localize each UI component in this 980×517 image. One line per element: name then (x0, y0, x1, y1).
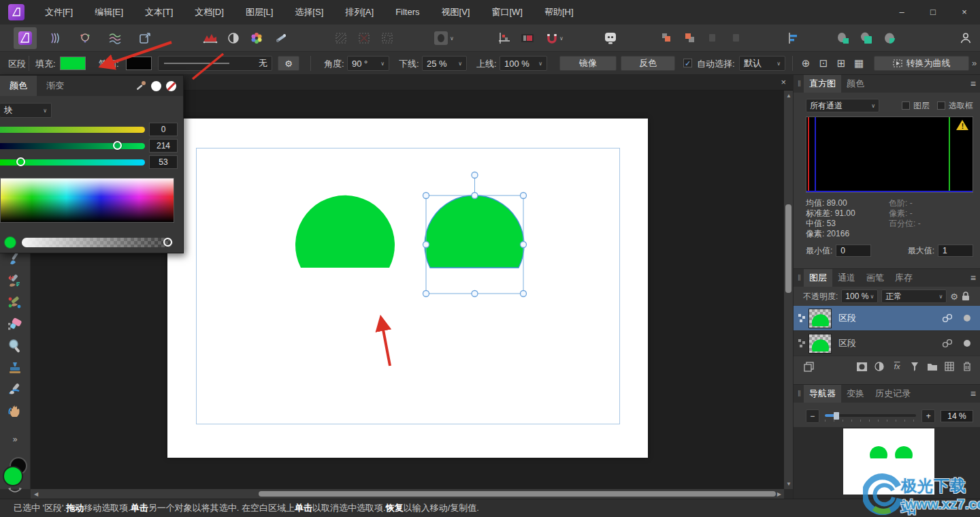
menu-help[interactable]: 帮助[H] (534, 0, 585, 25)
invert-button[interactable]: 反色 (621, 56, 675, 71)
zoom-tool[interactable] (5, 336, 24, 356)
alignment-icon[interactable] (781, 27, 804, 49)
tab-color[interactable]: 颜色 (0, 76, 37, 96)
layer-row[interactable]: 区段 (794, 331, 980, 356)
red-slider[interactable] (0, 127, 145, 133)
move-to-back-icon[interactable] (678, 27, 701, 49)
zoom-slider-handle[interactable] (834, 412, 839, 420)
histogram-tool-icon[interactable] (199, 27, 222, 49)
menu-view[interactable]: 视图[V] (431, 0, 481, 25)
segment-shape-left[interactable] (295, 195, 395, 268)
menu-window[interactable]: 窗口[W] (480, 0, 534, 25)
magnet-snap-icon[interactable]: ∨ (539, 27, 570, 49)
tab-stock[interactable]: 库存 (889, 269, 918, 287)
scroll-left-icon[interactable]: ◀ (34, 491, 38, 497)
tab-layers[interactable]: 图层 (804, 269, 832, 287)
menu-arrange[interactable]: 排列[A] (334, 0, 385, 25)
cycle-selection-box-icon[interactable]: ⊕ (798, 57, 814, 70)
tab-histogram[interactable]: 直方图 (804, 75, 841, 93)
close-button[interactable]: × (949, 0, 980, 25)
horizontal-scroll-thumb[interactable] (259, 491, 776, 497)
export-persona-icon[interactable] (133, 27, 157, 49)
link-icon[interactable] (942, 313, 953, 323)
edit-all-layers-icon[interactable]: ⊡ (815, 57, 832, 70)
autoselect-dropdown[interactable]: 默认∨ (739, 56, 785, 71)
fill-color-well[interactable] (3, 466, 23, 486)
boolean-subtract-icon[interactable] (855, 27, 878, 49)
photo-persona-icon[interactable] (14, 27, 37, 49)
duplicate-layer-icon[interactable] (803, 360, 815, 373)
layer-name[interactable]: 区段 (838, 312, 856, 324)
rotation-handle[interactable] (472, 172, 478, 178)
menu-text[interactable]: 文本[T] (134, 0, 184, 25)
group-folder-icon[interactable] (926, 360, 938, 373)
liquify-persona-icon[interactable] (44, 27, 67, 49)
tab-gradient[interactable]: 渐变 (37, 76, 74, 96)
show-alignment-handles-icon[interactable]: ▦ (851, 57, 867, 70)
menu-file[interactable]: 文件[F] (34, 0, 84, 25)
scroll-down-icon[interactable]: ▼ (786, 481, 791, 487)
layer-effects-icon[interactable]: fx (891, 360, 903, 373)
view-mode-dropdown[interactable]: ∨ (429, 27, 459, 49)
tab-brushes[interactable]: 画笔 (861, 269, 889, 287)
boolean-add-icon[interactable] (832, 27, 855, 49)
menu-document[interactable]: 文档[D] (184, 0, 235, 25)
scroll-right-icon[interactable]: ▶ (777, 491, 781, 497)
angle-dropdown[interactable]: 90 °∨ (347, 56, 389, 71)
fill-color-swatch[interactable] (60, 57, 86, 70)
tone-mapping-persona-icon[interactable] (103, 27, 127, 49)
panel-drag-handle-icon[interactable]: ‖ (798, 273, 801, 283)
channels-dropdown[interactable]: 所有通道 ∨ (806, 99, 879, 112)
panel-menu-icon[interactable]: ≡ (970, 272, 976, 283)
tab-transform[interactable]: 变换 (841, 385, 870, 403)
snapping-options-icon[interactable] (516, 27, 539, 49)
vertical-scrollbar[interactable]: ▲ ▼ (784, 91, 793, 489)
menu-filters[interactable]: Filters (385, 0, 430, 25)
green-slider[interactable] (0, 143, 145, 149)
zoom-slider[interactable] (825, 411, 917, 422)
layer-settings-gear-icon[interactable]: ⚙ (950, 292, 958, 302)
menu-layer[interactable]: 图层[L] (235, 0, 284, 25)
visibility-toggle[interactable] (964, 340, 970, 347)
panel-drag-handle-icon[interactable]: ‖ (798, 389, 801, 398)
gradient-tool-icon[interactable] (270, 27, 293, 49)
maximize-button[interactable]: □ (917, 0, 949, 25)
lock-icon[interactable] (962, 292, 970, 301)
eyedropper-icon[interactable] (135, 80, 146, 91)
move-to-front-icon[interactable] (655, 27, 678, 49)
color-mode-dropdown[interactable]: 块 ∨ (0, 103, 52, 118)
layer-thumbnail[interactable] (808, 334, 832, 354)
assistant-icon[interactable] (599, 27, 622, 49)
zoom-percentage[interactable]: 14 % (941, 410, 973, 422)
contrast-adjustment-icon[interactable] (222, 27, 245, 49)
zoom-in-button[interactable]: + (921, 409, 935, 423)
minimize-button[interactable]: – (886, 0, 917, 25)
deselect-icon[interactable] (353, 27, 376, 49)
tab-channels[interactable]: 通道 (832, 269, 861, 287)
develop-persona-icon[interactable] (74, 27, 97, 49)
opacity-slider-handle[interactable] (163, 238, 172, 247)
opacity-slider[interactable] (22, 238, 173, 247)
blue-slider[interactable] (0, 159, 145, 166)
invert-selection-icon[interactable] (376, 27, 399, 49)
mixer-brush-tool[interactable] (5, 293, 24, 312)
stroke-settings-button[interactable]: ⚙ (278, 56, 299, 71)
fill-stroke-indicator[interactable] (1, 457, 30, 495)
close-document-icon[interactable]: × (781, 77, 786, 87)
clone-stamp-tool[interactable] (5, 358, 24, 377)
min-input[interactable]: 0 (836, 245, 871, 257)
new-layer-icon[interactable] (944, 360, 956, 373)
blend-mode-dropdown[interactable]: 正常∨ (881, 289, 947, 303)
adjustment-layer-icon[interactable] (874, 360, 886, 373)
stroke-width-control[interactable]: 无 (158, 56, 272, 71)
snapping-guides-icon[interactable] (493, 27, 516, 49)
visibility-toggle[interactable] (964, 315, 970, 322)
delete-layer-icon[interactable] (961, 360, 973, 373)
panel-drag-handle-icon[interactable]: ‖ (798, 79, 801, 89)
link-icon[interactable] (942, 339, 953, 348)
transform-origin-icon[interactable]: ⊞ (833, 57, 849, 70)
horizontal-scrollbar[interactable]: ◀ ▶ (31, 489, 784, 499)
layer-checkbox[interactable] (902, 101, 910, 110)
lower-line-dropdown[interactable]: 25 %∨ (422, 56, 467, 71)
move-backward-icon[interactable] (724, 27, 747, 49)
